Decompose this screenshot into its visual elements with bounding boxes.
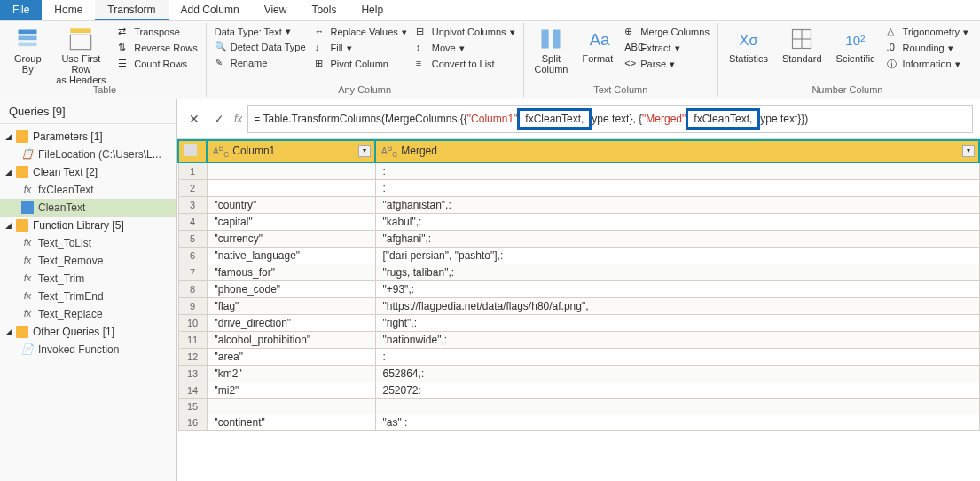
tab-view[interactable]: View: [252, 0, 300, 20]
tab-file[interactable]: File: [0, 0, 42, 20]
row-number[interactable]: 12: [178, 349, 207, 366]
cell-column1[interactable]: "continent": [207, 414, 375, 431]
cell-merged[interactable]: "https://flagpedia.net/data/flags/h80/af…: [375, 298, 979, 315]
cell-column1[interactable]: "alcohol_prohibition": [207, 332, 375, 349]
table-row[interactable]: 11"alcohol_prohibition""nationwide",:: [178, 332, 979, 349]
table-row[interactable]: 15: [178, 399, 979, 414]
table-row[interactable]: 14 "mi2"252072:: [178, 382, 979, 399]
cell-merged[interactable]: ["dari persian", "pashto"],:: [375, 248, 979, 264]
statistics-button[interactable]: Xσ Statistics: [724, 23, 773, 76]
cell-merged[interactable]: :: [375, 162, 979, 180]
sidebar-group[interactable]: ◢Parameters [1]: [0, 128, 176, 146]
parse-button[interactable]: <>Parse ▾: [622, 57, 712, 71]
row-number[interactable]: 8: [178, 281, 207, 298]
tab-help[interactable]: Help: [349, 0, 396, 20]
count-rows-button[interactable]: ☰Count Rows: [115, 57, 200, 71]
sidebar-item[interactable]: fxText_Remove: [0, 252, 176, 270]
table-row[interactable]: 6"native_language"["dari persian", "pash…: [178, 248, 979, 264]
data-type-button[interactable]: Data Type: Text ▾: [212, 25, 309, 38]
dropdown-icon[interactable]: ▾: [962, 145, 975, 157]
table-row[interactable]: 12"area":: [178, 349, 979, 366]
cell-merged[interactable]: :: [375, 349, 979, 366]
row-number[interactable]: 9: [178, 298, 207, 315]
row-number[interactable]: 3: [178, 197, 207, 214]
rounding-button[interactable]: .0Rounding ▾: [884, 41, 971, 55]
detect-type-button[interactable]: 🔍Detect Data Type: [212, 40, 309, 54]
sidebar-group[interactable]: ◢Other Queries [1]: [0, 323, 176, 341]
column-header-merged[interactable]: ABCMerged▾: [375, 140, 979, 162]
cell-merged[interactable]: "afghanistan",:: [375, 197, 979, 214]
table-row[interactable]: 2:: [178, 180, 979, 197]
reverse-rows-button[interactable]: ⇅Reverse Rows: [115, 41, 200, 55]
sidebar-group[interactable]: ◢Clean Text [2]: [0, 163, 176, 181]
move-button[interactable]: ↕Move ▾: [413, 41, 518, 55]
transpose-button[interactable]: ⇄Transpose: [115, 25, 200, 39]
cell-merged[interactable]: 652864,:: [375, 366, 979, 382]
formula-cancel-button[interactable]: ✕: [184, 109, 204, 129]
row-number[interactable]: 14: [178, 382, 207, 399]
table-row[interactable]: 13 "km2"652864,:: [178, 366, 979, 382]
cell-merged[interactable]: 252072:: [375, 382, 979, 399]
cell-merged[interactable]: "right",:: [375, 315, 979, 332]
fill-button[interactable]: ↓Fill ▾: [312, 41, 410, 55]
row-number[interactable]: 15: [178, 399, 207, 414]
cell-merged[interactable]: [375, 399, 979, 414]
row-number[interactable]: 4: [178, 214, 207, 231]
table-row[interactable]: 4"capital""kabul",:: [178, 214, 979, 231]
sidebar-item[interactable]: 📄Invoked Function: [0, 341, 176, 359]
sidebar-item[interactable]: fxText_Trim: [0, 270, 176, 288]
pivot-button[interactable]: ⊞Pivot Column: [312, 57, 410, 71]
corner-header[interactable]: [178, 140, 207, 162]
sidebar-item[interactable]: fxText_ToList: [0, 234, 176, 252]
tab-add-column[interactable]: Add Column: [169, 0, 252, 20]
cell-merged[interactable]: "as" :: [375, 414, 979, 431]
cell-column1[interactable]: "famous_for": [207, 264, 375, 281]
scientific-button[interactable]: 10² Scientific: [831, 23, 881, 76]
row-number[interactable]: 11: [178, 332, 207, 349]
cell-column1[interactable]: "phone_code": [207, 281, 375, 298]
merge-columns-button[interactable]: ⊕Merge Columns: [622, 25, 712, 39]
tab-tools[interactable]: Tools: [299, 0, 349, 20]
cell-merged[interactable]: "rugs, taliban",:: [375, 264, 979, 281]
cell-merged[interactable]: :: [375, 180, 979, 197]
formula-input[interactable]: = Table.TransformColumns(MergeColumns,{{…: [247, 105, 973, 133]
table-row[interactable]: 1:: [178, 162, 979, 180]
table-row[interactable]: 8"phone_code""+93",:: [178, 281, 979, 298]
cell-merged[interactable]: "kabul",:: [375, 214, 979, 231]
sidebar-item[interactable]: fxText_Replace: [0, 305, 176, 323]
table-row[interactable]: 3"country""afghanistan",:: [178, 197, 979, 214]
cell-merged[interactable]: "+93",:: [375, 281, 979, 298]
dropdown-icon[interactable]: ▾: [358, 145, 371, 157]
trig-button[interactable]: △Trigonometry ▾: [884, 25, 971, 39]
cell-merged[interactable]: "afghani",:: [375, 231, 979, 248]
sidebar-item[interactable]: fxfxCleanText: [0, 181, 176, 199]
formula-accept-button[interactable]: ✓: [209, 109, 229, 129]
column-header-column1[interactable]: ABCColumn1▾: [207, 140, 375, 162]
row-number[interactable]: 1: [178, 162, 207, 180]
row-number[interactable]: 16: [178, 414, 207, 431]
cell-column1[interactable]: "native_language": [207, 248, 375, 264]
table-row[interactable]: 16"continent""as" :: [178, 414, 979, 431]
extract-button[interactable]: ABCExtract ▾: [622, 41, 712, 55]
row-number[interactable]: 7: [178, 264, 207, 281]
cell-column1[interactable]: [207, 180, 375, 197]
cell-column1[interactable]: [207, 399, 375, 414]
format-button[interactable]: Aa Format: [576, 23, 618, 87]
sidebar-item[interactable]: CleanText: [0, 199, 176, 217]
standard-button[interactable]: Standard: [777, 23, 827, 76]
convert-list-button[interactable]: ≡Convert to List: [413, 57, 518, 71]
row-number[interactable]: 5: [178, 231, 207, 248]
cell-column1[interactable]: "km2": [207, 366, 375, 382]
unpivot-button[interactable]: ⊟Unpivot Columns ▾: [413, 25, 518, 39]
row-number[interactable]: 13: [178, 366, 207, 382]
information-button[interactable]: ⓘInformation ▾: [884, 57, 971, 71]
cell-column1[interactable]: "capital": [207, 214, 375, 231]
cell-column1[interactable]: "country": [207, 197, 375, 214]
cell-column1[interactable]: "flag": [207, 298, 375, 315]
cell-column1[interactable]: "mi2": [207, 382, 375, 399]
split-column-button[interactable]: Split Column: [529, 23, 574, 87]
table-row[interactable]: 9"flag""https://flagpedia.net/data/flags…: [178, 298, 979, 315]
sidebar-item[interactable]: fxText_TrimEnd: [0, 288, 176, 305]
row-number[interactable]: 2: [178, 180, 207, 197]
cell-column1[interactable]: [207, 162, 375, 180]
